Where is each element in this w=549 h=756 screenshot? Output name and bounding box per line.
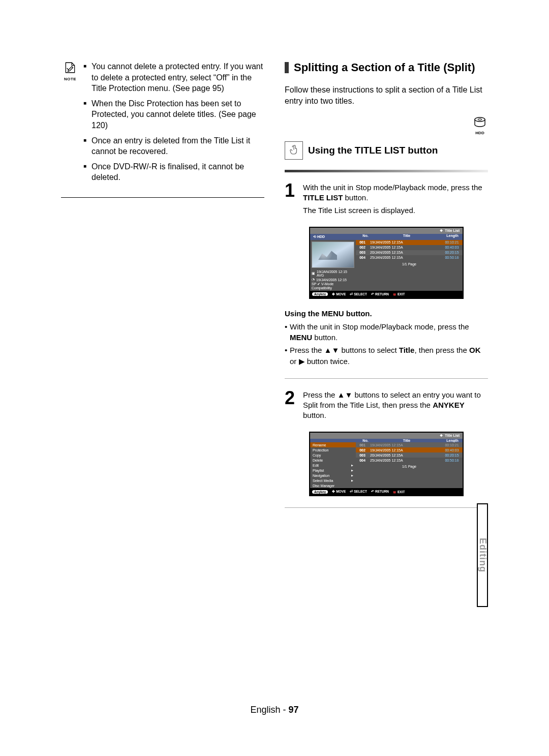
note-item: When the Disc Protection has been set to…: [83, 98, 264, 131]
section-tab: Editing: [477, 503, 488, 607]
divider: [285, 378, 488, 379]
hand-press-icon: [285, 141, 303, 160]
divider: [285, 507, 488, 508]
note-item: Once DVD-RW/-R is finalised, it cannot b…: [83, 161, 264, 183]
osd-title-list-2: Title List No. Title Length Rename Prote…: [309, 432, 464, 496]
step1-line1: With the unit in Stop mode/Playback mode…: [303, 183, 488, 203]
step-number: 2: [285, 390, 299, 423]
osd-title-list-1: Title List ⟲ HDD No. Title Length ▣19/JA…: [309, 227, 464, 299]
note-item: Once an entry is deleted from the Title …: [83, 135, 264, 157]
divider: [61, 197, 264, 198]
thumbnail-preview: [312, 241, 354, 268]
section-heading: Splitting a Section of a Title (Split): [285, 61, 488, 74]
menu-sub-heading: Using the MENU button.: [285, 308, 488, 319]
gradient-divider: [285, 170, 488, 172]
page-footer: English - 97: [0, 705, 549, 715]
sub-title: Using the TITLE LIST button: [308, 145, 438, 156]
menu-sub-item: With the unit in Stop mode/Playback mode…: [285, 321, 488, 344]
svg-point-1: [478, 119, 482, 120]
note-icon: [61, 61, 79, 78]
note-item: You cannot delete a protected entry. If …: [83, 61, 264, 94]
section-title: Splitting a Section of a Title (Split): [294, 61, 475, 74]
note-block: NOTE You cannot delete a protected entry…: [61, 61, 264, 187]
step2-text: Press the ▲▼ buttons to select an entry …: [303, 390, 488, 421]
intro-text: Follow these instructions to split a sec…: [285, 84, 488, 106]
hdd-icon: HDD: [472, 116, 488, 133]
step1-line2: The Title List screen is displayed.: [303, 205, 488, 216]
step-number: 1: [285, 183, 299, 218]
svg-point-0: [475, 117, 485, 122]
menu-sub-item: Press the ▲▼ buttons to select Title, th…: [285, 345, 488, 367]
